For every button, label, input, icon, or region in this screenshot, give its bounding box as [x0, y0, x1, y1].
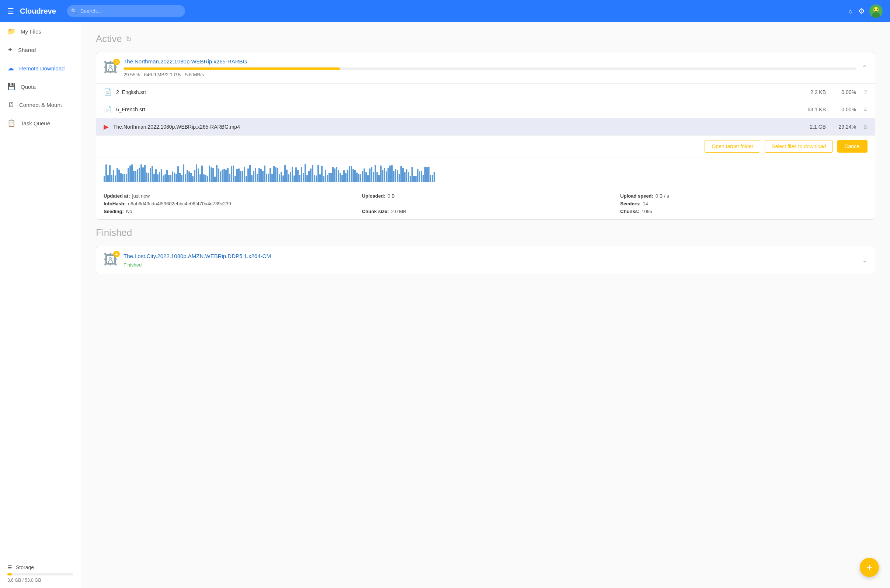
torrent-bar-segment: [157, 174, 159, 182]
torrent-bar-segment: [408, 172, 409, 182]
torrent-bar-segment: [303, 173, 304, 182]
finished-download-card: 🖼 4 The.Lost.City.2022.1080p.AMZN.WEBRip…: [96, 246, 875, 274]
infohash-label: InfoHash:: [104, 201, 126, 207]
torrent-bar-segment: [282, 176, 284, 182]
torrent-bar-segment: [131, 164, 133, 182]
torrent-bar-segment: [288, 174, 290, 182]
torrent-bar-segment: [284, 165, 286, 182]
torrent-bar-segment: [369, 168, 371, 182]
torrent-bars: [104, 164, 867, 182]
torrent-bar-segment: [174, 172, 175, 182]
finished-card-info: The.Lost.City.2022.1080p.AMZN.WEBRip.DDP…: [123, 253, 856, 268]
torrent-bar-segment: [238, 168, 240, 182]
refresh-icon[interactable]: ↻: [126, 34, 132, 44]
sidebar-label-connect-mount: Connect & Mount: [19, 102, 62, 108]
open-target-folder-button[interactable]: Open target folder: [705, 140, 760, 153]
torrent-bar-segment: [194, 170, 195, 182]
file-icon-doc: 📄: [104, 88, 112, 96]
footer-chunk-size: Chunk size: 2.0 MB: [362, 208, 609, 214]
menu-icon[interactable]: ☰: [8, 7, 14, 15]
torrent-bar-segment: [270, 168, 271, 182]
torrent-bar-segment: [332, 167, 334, 182]
select-files-button[interactable]: Select files to download: [765, 140, 833, 153]
torrent-bar-segment: [126, 174, 127, 182]
sidebar-label-shared: Shared: [18, 47, 36, 53]
torrent-bar-segment: [353, 169, 354, 182]
file-percent: 29.24%: [830, 124, 856, 130]
torrent-bar-segment: [142, 167, 144, 182]
sidebar-item-my-files[interactable]: 📁 My Files: [0, 22, 81, 40]
torrent-bar-segment: [172, 171, 173, 182]
torrent-bar-segment: [120, 173, 122, 182]
user-avatar[interactable]: [869, 4, 882, 18]
torrent-bar-segment: [255, 168, 256, 182]
cancel-button[interactable]: Cancel: [837, 140, 867, 153]
torrent-bar-segment: [312, 165, 314, 182]
torrent-bar-segment: [308, 171, 310, 182]
sd-card-icon: 💾: [8, 82, 15, 91]
chunk-size-label: Chunk size:: [362, 208, 389, 214]
clipboard-icon: 📋: [8, 119, 15, 127]
torrent-bar-segment: [292, 166, 293, 182]
finished-card-expand-icon[interactable]: ⌄: [862, 256, 867, 264]
torrent-bar-segment: [198, 168, 199, 182]
torrent-bar-segment: [115, 176, 116, 182]
torrent-bar-segment: [295, 167, 297, 182]
torrent-bar-segment: [190, 173, 192, 182]
torrent-bar-segment: [363, 168, 365, 182]
footer-uploaded: Uploaded: 0 B: [362, 193, 609, 199]
torrent-bar-segment: [387, 168, 389, 182]
file-cancel-icon[interactable]: ⩰: [864, 106, 867, 114]
torrent-bar-segment: [419, 171, 420, 182]
torrent-bar-segment: [281, 172, 282, 182]
torrent-bar-segment: [354, 170, 356, 182]
file-size: 2.2 KB: [796, 89, 826, 95]
torrent-bar-segment: [406, 169, 407, 182]
seeders-label: Seeders:: [620, 201, 640, 207]
torrent-bar-segment: [421, 171, 422, 182]
torrent-bar-segment: [179, 173, 181, 182]
sidebar-item-shared[interactable]: ✦ Shared: [0, 40, 81, 59]
torrent-bar-segment: [401, 166, 402, 182]
uploaded-label: Uploaded:: [362, 193, 386, 199]
torrent-bar-segment: [310, 168, 312, 182]
torrent-bar-segment: [423, 175, 424, 182]
card-header-northman[interactable]: 🖼 3 The.Northman.2022.1080p.WEBRip.x265-…: [96, 52, 875, 84]
file-icon-video: ▶: [104, 123, 109, 131]
torrent-bar-segment: [207, 176, 208, 182]
torrent-bar-segment: [264, 165, 266, 182]
torrent-bar-segment: [152, 166, 153, 182]
torrent-bar-segment: [356, 172, 358, 182]
torrent-bar-segment: [240, 171, 242, 182]
torrent-bar-segment: [155, 169, 157, 182]
torrent-bar-segment: [323, 176, 324, 182]
sidebar-item-quota[interactable]: 💾 Quota: [0, 77, 81, 96]
search-input[interactable]: [67, 5, 185, 17]
brightness-icon-button[interactable]: ☼: [847, 7, 854, 15]
torrent-bar-segment: [141, 164, 142, 182]
settings-icon-button[interactable]: ⚙: [858, 7, 865, 15]
add-fab-button[interactable]: +: [860, 558, 879, 577]
card-collapse-icon[interactable]: ⌃: [862, 64, 867, 72]
seeders-value: 14: [642, 201, 648, 207]
torrent-bar-segment: [393, 171, 395, 182]
finished-card-header[interactable]: 🖼 4 The.Lost.City.2022.1080p.AMZN.WEBRip…: [96, 246, 875, 274]
file-cancel-icon[interactable]: ⩰: [864, 123, 867, 131]
torrent-bar-segment: [424, 166, 426, 182]
torrent-bar-segment: [200, 174, 201, 182]
torrent-bar-segment: [176, 174, 177, 182]
torrent-bar-segment: [227, 168, 228, 182]
sidebar-item-connect-mount[interactable]: 🖥 Connect & Mount: [0, 96, 81, 114]
torrent-bar-segment: [128, 168, 129, 182]
finished-file-count-badge: 4: [113, 250, 120, 257]
chunks-label: Chunks:: [620, 208, 639, 214]
sidebar-item-remote-download[interactable]: ☁ Remote Download: [0, 59, 81, 77]
footer-seeding: Seeding: No: [104, 208, 351, 214]
progress-bar-background: [123, 68, 856, 70]
file-cancel-icon[interactable]: ⩰: [864, 88, 867, 96]
torrent-bar-segment: [150, 168, 151, 182]
file-name: 2_English.srt: [116, 89, 792, 95]
sidebar-item-task-queue[interactable]: 📋 Task Queue: [0, 114, 81, 132]
torrent-bar-segment: [377, 172, 378, 182]
upload-speed-label: Upload speed:: [620, 193, 653, 199]
